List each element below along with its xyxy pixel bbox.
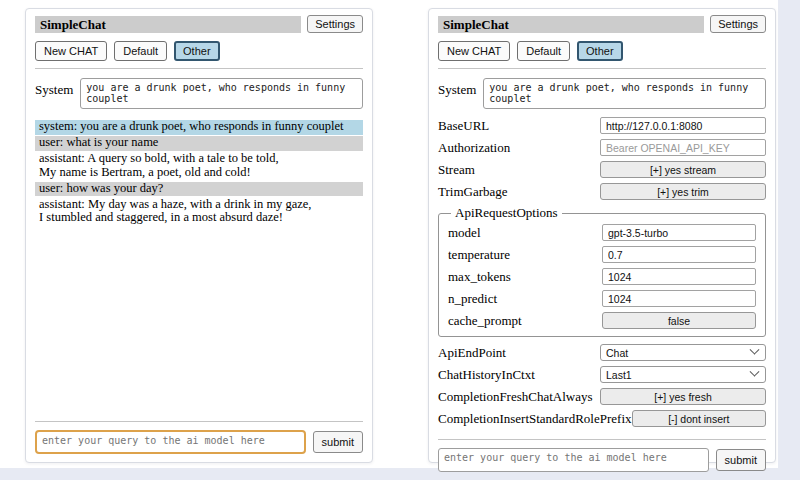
settings-button[interactable]: Settings: [307, 15, 363, 33]
query-row: submit: [35, 430, 363, 454]
completion-fresh-chat-label: CompletionFreshChatAlways: [438, 389, 593, 405]
query-input[interactable]: [35, 430, 306, 454]
setting-row-chat-history-in-ctxt: ChatHistoryInCtxt Last1: [438, 366, 766, 383]
settings-form: BaseURL Authorization Stream [+] yes str…: [438, 117, 766, 432]
session-tab-default[interactable]: Default: [114, 41, 167, 61]
setting-row-temperature: temperature: [448, 246, 756, 263]
system-prompt-row: System you are a drunk poet, who respond…: [438, 78, 766, 109]
temperature-label: temperature: [448, 247, 510, 263]
submit-button[interactable]: submit: [313, 431, 363, 453]
chat-panel: SimpleChat Settings New CHAT Default Oth…: [25, 8, 373, 463]
settings-panel: SimpleChat Settings New CHAT Default Oth…: [428, 8, 776, 463]
n-predict-label: n_predict: [448, 291, 497, 307]
completion-role-prefix-label: CompletionInsertStandardRolePrefix: [438, 411, 632, 427]
session-toolbar: New CHAT Default Other: [35, 41, 363, 61]
system-prompt-input[interactable]: you are a drunk poet, who responds in fu…: [80, 78, 363, 109]
stream-toggle-button[interactable]: [+] yes stream: [600, 161, 766, 178]
chat-panel-header: SimpleChat Settings: [35, 15, 363, 33]
new-chat-button[interactable]: New CHAT: [438, 41, 510, 61]
api-endpoint-selected-value: Chat: [606, 347, 628, 359]
trim-garbage-label: TrimGarbage: [438, 184, 508, 200]
base-url-label: BaseURL: [438, 118, 489, 134]
setting-row-completion-fresh-chat: CompletionFreshChatAlways [+] yes fresh: [438, 388, 766, 405]
max-tokens-label: max_tokens: [448, 269, 511, 285]
session-tab-other[interactable]: Other: [174, 41, 220, 61]
max-tokens-input[interactable]: [602, 268, 756, 285]
system-label: System: [438, 78, 476, 98]
divider: [35, 421, 363, 422]
setting-row-authorization: Authorization: [438, 139, 766, 156]
session-tab-default[interactable]: Default: [517, 41, 570, 61]
system-label: System: [35, 78, 73, 98]
page-background: SimpleChat Settings New CHAT Default Oth…: [0, 0, 778, 468]
chat-message-assistant: assistant: A query so bold, with a tale …: [35, 152, 363, 180]
chevron-down-icon: [750, 367, 760, 377]
settings-panel-header: SimpleChat Settings: [438, 15, 766, 33]
submit-button[interactable]: submit: [716, 449, 766, 471]
chat-message-assistant: assistant: My day was a haze, with a dri…: [35, 198, 363, 226]
setting-row-trim-garbage: TrimGarbage [+] yes trim: [438, 183, 766, 200]
chat-history-selected-value: Last1: [606, 369, 632, 381]
setting-row-baseurl: BaseURL: [438, 117, 766, 134]
base-url-input[interactable]: [600, 117, 766, 134]
authorization-label: Authorization: [438, 140, 510, 156]
n-predict-input[interactable]: [602, 290, 756, 307]
setting-row-n-predict: n_predict: [448, 290, 756, 307]
new-chat-button[interactable]: New CHAT: [35, 41, 107, 61]
query-input[interactable]: [438, 448, 709, 472]
chat-history-in-ctxt-select[interactable]: Last1: [600, 366, 766, 383]
authorization-input[interactable]: [600, 139, 766, 156]
divider: [35, 68, 363, 69]
model-label: model: [448, 225, 481, 241]
settings-button[interactable]: Settings: [710, 15, 766, 33]
app-title: SimpleChat: [438, 16, 704, 33]
api-endpoint-label: ApiEndPoint: [438, 345, 506, 361]
setting-row-completion-role-prefix: CompletionInsertStandardRolePrefix [-] d…: [438, 410, 766, 427]
system-prompt-row: System you are a drunk poet, who respond…: [35, 78, 363, 109]
query-row: submit: [438, 448, 766, 472]
setting-row-stream: Stream [+] yes stream: [438, 161, 766, 178]
session-tab-other[interactable]: Other: [577, 41, 623, 61]
api-endpoint-select[interactable]: Chat: [600, 344, 766, 361]
chevron-down-icon: [750, 345, 760, 355]
chat-message-user: user: what is your name: [35, 136, 363, 151]
chat-message-user: user: how was your day?: [35, 182, 363, 197]
trim-garbage-toggle-button[interactable]: [+] yes trim: [600, 183, 766, 200]
stream-label: Stream: [438, 162, 475, 178]
api-request-options-legend: ApiRequestOptions: [451, 205, 562, 221]
completion-fresh-chat-toggle-button[interactable]: [+] yes fresh: [600, 388, 766, 405]
chat-message-system: system: you are a drunk poet, who respon…: [35, 120, 363, 135]
setting-row-model: model: [448, 224, 756, 241]
model-input[interactable]: [602, 224, 756, 241]
system-prompt-input[interactable]: you are a drunk poet, who responds in fu…: [483, 78, 766, 109]
cache-prompt-toggle-button[interactable]: false: [602, 312, 756, 329]
api-request-options-fieldset: ApiRequestOptions model temperature max_…: [438, 205, 766, 337]
completion-role-prefix-toggle-button[interactable]: [-] dont insert: [632, 410, 766, 427]
chat-messages-list: system: you are a drunk poet, who respon…: [35, 120, 363, 414]
cache-prompt-label: cache_prompt: [448, 313, 522, 329]
setting-row-max-tokens: max_tokens: [448, 268, 756, 285]
divider: [438, 439, 766, 440]
setting-row-cache-prompt: cache_prompt false: [448, 312, 756, 329]
session-toolbar: New CHAT Default Other: [438, 41, 766, 61]
app-title: SimpleChat: [35, 16, 301, 33]
divider: [438, 68, 766, 69]
temperature-input[interactable]: [602, 246, 756, 263]
panels-container: SimpleChat Settings New CHAT Default Oth…: [0, 0, 778, 463]
chat-history-in-ctxt-label: ChatHistoryInCtxt: [438, 367, 535, 383]
setting-row-api-endpoint: ApiEndPoint Chat: [438, 344, 766, 361]
